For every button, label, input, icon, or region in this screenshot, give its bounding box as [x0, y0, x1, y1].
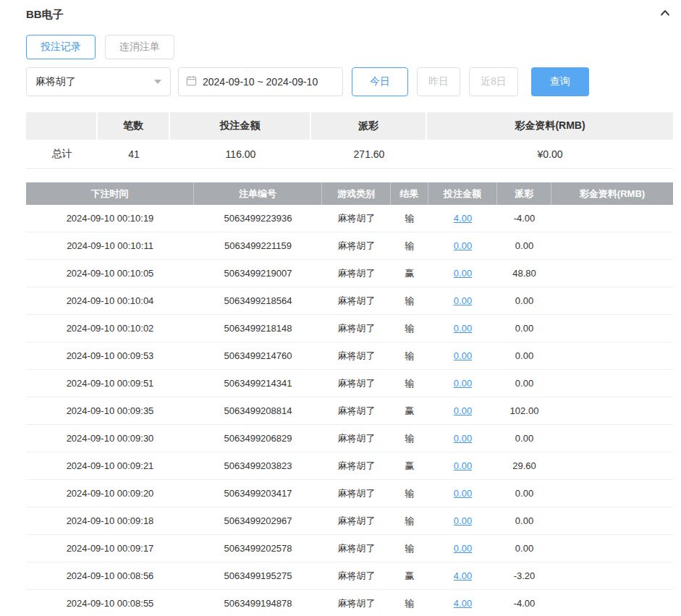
- game-type: 麻将胡了: [322, 370, 391, 397]
- order-id: 5063499221159: [194, 232, 322, 259]
- collapse-button[interactable]: [657, 7, 673, 22]
- order-id: 5063499203417: [194, 480, 322, 507]
- header-result: 结果: [391, 182, 428, 205]
- result: 输: [391, 535, 428, 562]
- summary-total-bonus: ¥0.00: [427, 140, 673, 168]
- bet-time: 2024-09-10 00:10:04: [26, 287, 194, 314]
- bet-time: 2024-09-10 00:10:05: [26, 260, 194, 287]
- order-id: 5063499214760: [194, 342, 322, 369]
- payout: 102.00: [497, 397, 551, 424]
- record-tabs: 投注记录 连消注单: [26, 35, 673, 59]
- bet-amount-link[interactable]: 0.00: [454, 543, 472, 554]
- bet-amount-link[interactable]: 0.00: [454, 488, 472, 499]
- chevron-down-icon: [154, 80, 161, 84]
- bet-amount-link[interactable]: 4.00: [454, 598, 472, 609]
- quick-filter-yesterday[interactable]: 昨日: [417, 67, 460, 96]
- tab-cancelled-orders[interactable]: 连消注单: [105, 35, 174, 59]
- game-type: 麻将胡了: [322, 535, 391, 562]
- header-order-id: 注单编号: [194, 182, 322, 205]
- table-row: 2024-09-10 00:09:20 5063499203417 麻将胡了 输…: [26, 480, 673, 507]
- bet-amount-link[interactable]: 0.00: [454, 268, 472, 279]
- tab-bet-records[interactable]: 投注记录: [26, 35, 96, 59]
- table-row: 2024-09-10 00:08:56 5063499195275 麻将胡了 赢…: [26, 562, 673, 590]
- game-select[interactable]: 麻将胡了: [26, 67, 171, 96]
- date-range-value: 2024-09-10 ~ 2024-09-10: [203, 76, 318, 88]
- bonus: [551, 287, 673, 314]
- header-game-type: 游戏类别: [322, 182, 391, 205]
- quick-filter-last8days[interactable]: 近8日: [469, 67, 518, 96]
- search-button[interactable]: 查询: [531, 67, 589, 96]
- header-payout: 派彩: [497, 182, 551, 205]
- bet-records-panel: BB电子 投注记录 连消注单 麻将胡了 2024-09-10 ~ 2024-09…: [0, 0, 681, 616]
- table-row: 2024-09-10 00:08:55 5063499194878 麻将胡了 输…: [26, 590, 673, 616]
- summary-header-count: 笔数: [98, 112, 170, 140]
- bet-time: 2024-09-10 00:09:18: [26, 507, 194, 534]
- bet-amount-link[interactable]: 0.00: [454, 295, 472, 306]
- game-type: 麻将胡了: [322, 205, 391, 232]
- summary-total-count: 41: [98, 140, 170, 168]
- chevron-up-icon: [659, 7, 671, 22]
- result: 输: [391, 287, 428, 314]
- result: 输: [391, 315, 428, 342]
- payout: 0.00: [497, 480, 551, 507]
- bet-amount-link[interactable]: 0.00: [454, 433, 472, 444]
- bet-time: 2024-09-10 00:09:51: [26, 370, 194, 397]
- date-range-input[interactable]: 2024-09-10 ~ 2024-09-10: [178, 67, 343, 96]
- table-row: 2024-09-10 00:09:35 5063499208814 麻将胡了 赢…: [26, 397, 673, 425]
- bonus: [551, 260, 673, 287]
- bonus: [551, 342, 673, 369]
- order-id: 5063499218564: [194, 287, 322, 314]
- bet-time: 2024-09-10 00:10:11: [26, 232, 194, 259]
- bet-time: 2024-09-10 00:09:21: [26, 452, 194, 479]
- payout: 0.00: [497, 315, 551, 342]
- game-type: 麻将胡了: [322, 507, 391, 534]
- bet-time: 2024-09-10 00:09:53: [26, 342, 194, 369]
- game-type: 麻将胡了: [322, 232, 391, 259]
- game-select-value: 麻将胡了: [35, 75, 76, 88]
- bet-amount-link[interactable]: 0.00: [454, 515, 472, 526]
- order-id: 5063499218148: [194, 315, 322, 342]
- filter-bar: 麻将胡了 2024-09-10 ~ 2024-09-10 今日 昨日 近8日 查…: [26, 67, 673, 96]
- summary-total-payout: 271.60: [311, 140, 427, 168]
- header-bonus: 彩金资料(RMB): [551, 182, 673, 205]
- quick-filter-today[interactable]: 今日: [352, 67, 408, 96]
- bet-amount-link[interactable]: 4.00: [454, 570, 472, 581]
- bet-amount-link[interactable]: 0.00: [454, 378, 472, 389]
- bet-amount-link[interactable]: 0.00: [454, 460, 472, 471]
- result: 输: [391, 480, 428, 507]
- order-id: 5063499202578: [194, 535, 322, 562]
- bet-amount-link[interactable]: 0.00: [454, 405, 472, 416]
- payout: 0.00: [497, 507, 551, 534]
- summary-header-bet-amount: 投注金额: [170, 112, 311, 140]
- payout: 0.00: [497, 370, 551, 397]
- summary-table: 笔数 投注金额 派彩 彩金资料(RMB) 总计 41 116.00 271.60…: [26, 112, 673, 169]
- table-row: 2024-09-10 00:09:53 5063499214760 麻将胡了 输…: [26, 342, 673, 370]
- bet-amount-link[interactable]: 0.00: [454, 240, 472, 251]
- summary-total-row: 总计 41 116.00 271.60 ¥0.00: [26, 140, 673, 169]
- game-type: 麻将胡了: [322, 480, 391, 507]
- bet-amount-link[interactable]: 0.00: [454, 323, 472, 334]
- order-id: 5063499214341: [194, 370, 322, 397]
- result: 赢: [391, 562, 428, 589]
- panel-header: BB电子: [26, 6, 673, 23]
- bonus: [551, 452, 673, 479]
- bet-amount-link[interactable]: 4.00: [454, 213, 472, 224]
- order-id: 5063499194878: [194, 590, 322, 616]
- bet-amount-link[interactable]: 0.00: [454, 350, 472, 361]
- table-row: 2024-09-10 00:10:02 5063499218148 麻将胡了 输…: [26, 315, 673, 342]
- bonus: [551, 590, 673, 616]
- result: 输: [391, 232, 428, 259]
- bet-time: 2024-09-10 00:09:30: [26, 425, 194, 452]
- bonus: [551, 205, 673, 232]
- table-row: 2024-09-10 00:09:30 5063499206829 麻将胡了 输…: [26, 425, 673, 452]
- page-title: BB电子: [26, 8, 64, 22]
- bet-time: 2024-09-10 00:10:19: [26, 205, 194, 232]
- game-type: 麻将胡了: [322, 397, 391, 424]
- payout: 48.80: [497, 260, 551, 287]
- order-id: 5063499223936: [194, 205, 322, 232]
- summary-total-bet-amount: 116.00: [170, 140, 311, 168]
- summary-header-payout: 派彩: [311, 112, 427, 140]
- game-type: 麻将胡了: [322, 287, 391, 314]
- bet-time: 2024-09-10 00:08:56: [26, 562, 194, 589]
- result: 输: [391, 342, 428, 369]
